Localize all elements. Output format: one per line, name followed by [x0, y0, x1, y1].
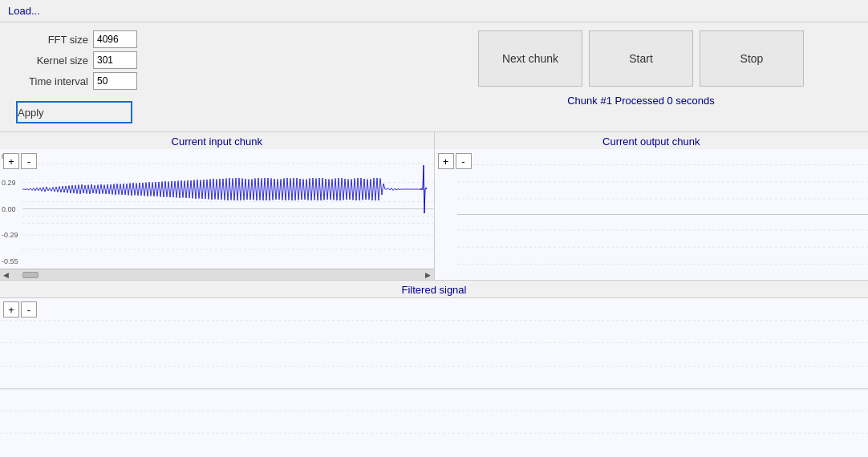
filtered-waveform-svg: [0, 298, 868, 457]
kernel-row: Kernel size: [16, 51, 137, 69]
fft-row: FFT size: [16, 30, 137, 48]
filtered-zoom-in[interactable]: +: [3, 301, 19, 317]
output-chart-panel: Current output chunk + -: [435, 132, 869, 280]
time-label: Time interval: [16, 75, 88, 87]
charts-area: Current input chunk + - 0.58 0.29 0.00 -…: [0, 132, 868, 457]
output-zoom-controls: + -: [438, 153, 472, 169]
input-chart-title: Current input chunk: [0, 132, 434, 149]
main-container: FFT size Kernel size Time interval Apply…: [0, 22, 868, 457]
input-chart-content: 0.58 0.29 0.00 -0.29 -0.55: [0, 149, 434, 269]
input-waveform-svg: [22, 149, 434, 269]
start-button[interactable]: Start: [589, 30, 693, 87]
output-zoom-out[interactable]: -: [456, 153, 472, 169]
top-bar: Load...: [0, 0, 868, 22]
scroll-left-button[interactable]: ◀: [2, 271, 10, 279]
stop-button[interactable]: Stop: [700, 30, 804, 87]
load-link[interactable]: Load...: [8, 5, 40, 17]
filtered-chart-title: Filtered signal: [0, 281, 868, 298]
next-chunk-button[interactable]: Next chunk: [478, 30, 582, 87]
input-zoom-controls: + -: [3, 153, 37, 169]
filtered-zoom-out[interactable]: -: [21, 301, 37, 317]
output-chart-content: [435, 149, 869, 280]
time-row: Time interval: [16, 72, 137, 90]
status-text: Chunk #1 Processed 0 seconds: [567, 95, 715, 107]
input-waveform: [22, 178, 424, 200]
params-section: FFT size Kernel size Time interval Apply: [16, 30, 137, 123]
filtered-chart-content: + -: [0, 298, 868, 457]
scroll-thumb[interactable]: [22, 272, 39, 278]
input-chart-panel: Current input chunk + - 0.58 0.29 0.00 -…: [0, 132, 435, 280]
filtered-zoom-controls: + -: [3, 301, 37, 317]
output-chart-title: Current output chunk: [435, 132, 869, 149]
apply-button[interactable]: Apply: [16, 101, 132, 123]
output-zoom-in[interactable]: +: [438, 153, 454, 169]
fft-label: FFT size: [16, 34, 88, 46]
kernel-label: Kernel size: [16, 55, 88, 67]
chunk-buttons: Next chunk Start Stop: [478, 30, 804, 87]
kernel-input[interactable]: [93, 51, 137, 69]
controls-row: FFT size Kernel size Time interval Apply…: [0, 22, 868, 132]
scroll-right-button[interactable]: ▶: [424, 271, 432, 279]
top-charts: Current input chunk + - 0.58 0.29 0.00 -…: [0, 132, 868, 281]
right-controls: Next chunk Start Stop Chunk #1 Processed…: [478, 30, 804, 107]
output-waveform-svg: [457, 149, 869, 280]
time-input[interactable]: [93, 72, 137, 90]
fft-input[interactable]: [93, 30, 137, 48]
input-scrollbar[interactable]: ◀ ▶: [0, 269, 434, 280]
input-spike: [420, 165, 427, 213]
input-zoom-out[interactable]: -: [21, 153, 37, 169]
input-zoom-in[interactable]: +: [3, 153, 19, 169]
filtered-chart-panel: Filtered signal + -: [0, 281, 868, 457]
